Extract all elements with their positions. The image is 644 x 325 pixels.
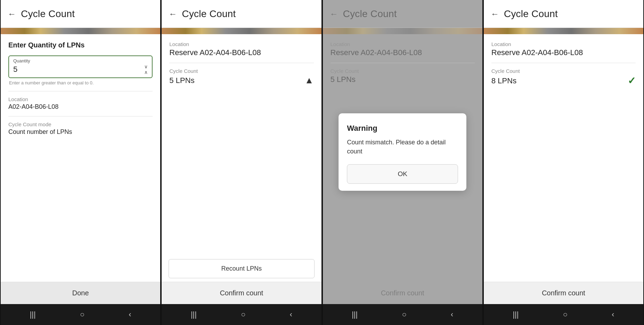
banner-image <box>1 28 160 34</box>
location-field: Location A02-A04-B06-L08 <box>8 96 153 111</box>
divider-2 <box>8 116 153 116</box>
menu-icon[interactable]: ||| <box>352 310 358 319</box>
quantity-label: Quantity <box>13 58 148 63</box>
mode-field: Cycle Count mode Count number of LPNs <box>8 121 153 136</box>
cycle-count-value: 8 LPNs <box>491 76 517 85</box>
menu-icon[interactable]: ||| <box>513 310 519 319</box>
nav-bar-1: ||| ○ ‹ <box>1 304 160 325</box>
nav-bar-3: ||| ○ ‹ <box>323 304 482 325</box>
cycle-count-row: 5 LPNs ▲ <box>169 75 313 86</box>
back-icon[interactable]: ‹ <box>612 310 614 319</box>
info-divider <box>169 63 313 63</box>
screen-1: ← Cycle Count Enter Quantity of LPNs Qua… <box>0 0 161 325</box>
checkmark-icon: ✓ <box>628 75 636 86</box>
divider-1 <box>8 91 153 91</box>
screen1-title: Cycle Count <box>21 8 75 20</box>
done-button[interactable]: Done <box>1 282 160 304</box>
screen-2: ← Cycle Count Location Reserve A02-A04-B… <box>161 0 322 325</box>
screen2-header: ← Cycle Count <box>162 0 321 28</box>
cycle-count-label: Cycle Count <box>491 68 636 74</box>
info-section: Location Reserve A02-A04-B06-L08 Cycle C… <box>162 34 321 259</box>
enter-qty-title: Enter Quantity of LPNs <box>8 41 153 49</box>
warning-triangle-icon: ▲ <box>305 75 314 86</box>
quantity-value: 5 <box>13 65 17 74</box>
home-icon[interactable]: ○ <box>563 310 567 319</box>
back-icon[interactable]: ‹ <box>129 310 131 319</box>
screen4-bottom: Confirm count <box>484 282 643 304</box>
warning-dialog: Warning Count mismatch. Please do a deta… <box>339 113 466 191</box>
info-divider <box>491 63 636 63</box>
nav-bar-4: ||| ○ ‹ <box>484 304 643 325</box>
mode-value: Count number of LPNs <box>8 128 153 136</box>
quantity-hint: Enter a number greater than or equal to … <box>8 80 153 85</box>
screen-3: ← Cycle Count Location Reserve A02-A04-B… <box>322 0 483 325</box>
mode-label: Cycle Count mode <box>8 121 153 127</box>
recount-lpns-button[interactable]: Recount LPNs <box>169 259 314 278</box>
form-section: Enter Quantity of LPNs Quantity 5 ∨ ∧ En… <box>1 34 160 282</box>
home-icon[interactable]: ○ <box>402 310 406 319</box>
location-value: Reserve A02-A04-B06-L08 <box>169 48 313 57</box>
screen2-bottom: Recount LPNs Confirm count <box>162 259 321 304</box>
screen2-content: Location Reserve A02-A04-B06-L08 Cycle C… <box>162 34 321 304</box>
quantity-input-row: 5 ∨ ∧ <box>13 64 148 75</box>
dialog-ok-button[interactable]: OK <box>347 164 458 184</box>
screen-4: ← Cycle Count Location Reserve A02-A04-B… <box>483 0 644 325</box>
cycle-count-value: 5 LPNs <box>169 76 194 85</box>
home-icon[interactable]: ○ <box>80 310 84 319</box>
location-value: Reserve A02-A04-B06-L08 <box>491 48 636 57</box>
location-value: A02-A04-B06-L08 <box>8 103 153 111</box>
dialog-title: Warning <box>347 124 458 133</box>
chevron-down-icon[interactable]: ∨ <box>144 64 148 69</box>
quantity-field[interactable]: Quantity 5 ∨ ∧ <box>8 55 153 78</box>
banner-image <box>162 28 321 34</box>
screen1-header: ← Cycle Count <box>1 0 160 28</box>
back-icon[interactable]: ‹ <box>290 310 292 319</box>
screen4-content: Location Reserve A02-A04-B06-L08 Cycle C… <box>484 34 643 304</box>
cycle-count-row: 8 LPNs ✓ <box>491 75 636 86</box>
location-label: Location <box>169 41 313 47</box>
screen4-title: Cycle Count <box>504 8 558 20</box>
banner-image <box>484 28 643 34</box>
screen4-header: ← Cycle Count <box>484 0 643 28</box>
dialog-message: Count mismatch. Please do a detail count <box>347 138 458 156</box>
back-arrow-icon[interactable]: ← <box>491 9 499 19</box>
chevron-up-icon[interactable]: ∧ <box>144 70 148 75</box>
screen1-content: Enter Quantity of LPNs Quantity 5 ∨ ∧ En… <box>1 34 160 304</box>
confirm-count-button[interactable]: Confirm count <box>484 282 643 304</box>
nav-bar-2: ||| ○ ‹ <box>162 304 321 325</box>
location-label: Location <box>8 96 153 102</box>
screen2-title: Cycle Count <box>182 8 236 20</box>
back-arrow-icon[interactable]: ← <box>169 9 177 19</box>
back-arrow-icon[interactable]: ← <box>8 9 16 19</box>
menu-icon[interactable]: ||| <box>191 310 197 319</box>
location-label: Location <box>491 41 636 47</box>
quantity-arrows: ∨ ∧ <box>144 64 148 75</box>
cycle-count-label: Cycle Count <box>169 68 313 74</box>
home-icon[interactable]: ○ <box>241 310 246 319</box>
screen1-bottom: Done <box>1 282 160 304</box>
back-icon[interactable]: ‹ <box>451 310 453 319</box>
menu-icon[interactable]: ||| <box>30 310 36 319</box>
info-section: Location Reserve A02-A04-B06-L08 Cycle C… <box>484 34 643 282</box>
dialog-overlay: Warning Count mismatch. Please do a deta… <box>323 0 482 304</box>
confirm-count-button[interactable]: Confirm count <box>162 282 321 304</box>
